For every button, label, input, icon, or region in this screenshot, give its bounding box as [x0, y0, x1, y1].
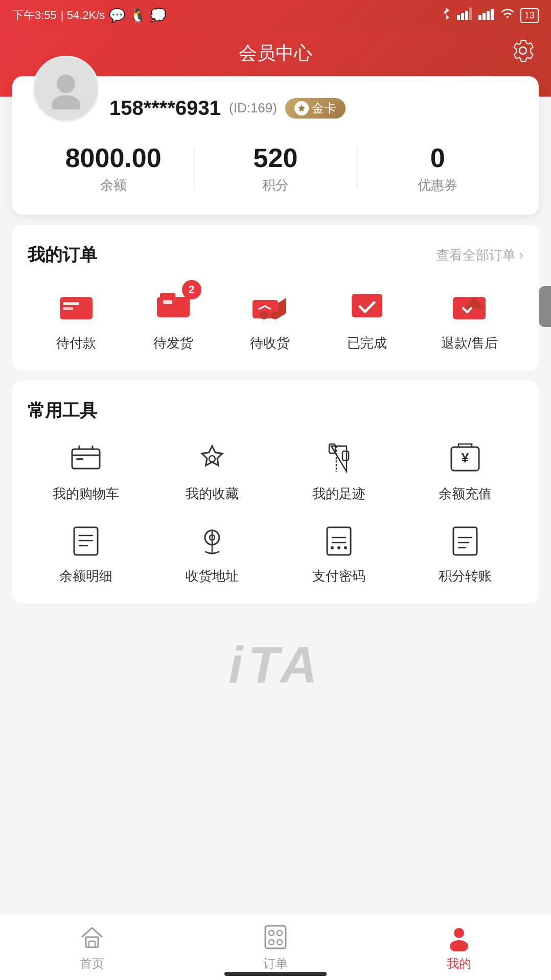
svg-rect-37 — [89, 941, 95, 947]
orders-title: 我的订单 — [28, 243, 97, 267]
bottom-nav: 首页 订单 我的 — [0, 914, 551, 980]
stats-row: 8000.00 余额 520 积分 0 优惠券 — [33, 143, 518, 194]
vip-badge: 金卡 — [285, 98, 346, 119]
vip-label: 金卡 — [312, 100, 336, 116]
nav-item-profile[interactable]: 我的 — [368, 923, 551, 972]
svg-rect-15 — [163, 300, 172, 304]
svg-rect-2 — [465, 11, 468, 20]
battery-icon: 13 — [520, 8, 539, 23]
svg-point-44 — [450, 940, 468, 951]
avatar[interactable] — [33, 56, 99, 122]
svg-rect-38 — [265, 926, 286, 948]
stat-balance[interactable]: 8000.00 余额 — [33, 143, 194, 194]
svg-point-9 — [52, 95, 80, 109]
status-bar-right: 13 — [441, 7, 539, 24]
order-item-pending-receive[interactable]: 待收货 — [247, 285, 293, 352]
svg-point-40 — [277, 930, 282, 936]
nav-item-home[interactable]: 首页 — [0, 923, 183, 972]
svg-point-42 — [277, 940, 282, 945]
view-all-orders-button[interactable]: 查看全部订单 › — [436, 246, 523, 264]
tool-address[interactable]: 收货地址 — [154, 523, 271, 585]
svg-rect-1 — [461, 13, 464, 20]
tools-header: 常用工具 — [28, 399, 523, 423]
svg-rect-19 — [352, 294, 382, 317]
tool-cart[interactable]: 我的购物车 — [28, 441, 144, 503]
settings-button[interactable] — [510, 38, 536, 68]
address-icon — [194, 523, 230, 559]
points-value: 520 — [195, 143, 356, 173]
stat-coupons[interactable]: 0 优惠券 — [357, 143, 518, 194]
svg-rect-35 — [453, 527, 477, 555]
svg-point-8 — [57, 75, 75, 93]
vip-badge-icon — [294, 101, 309, 115]
page-title: 会员中心 — [239, 42, 312, 63]
nav-item-orders[interactable]: 订单 — [183, 923, 367, 972]
order-item-pending-ship[interactable]: 2 待发货 — [150, 285, 196, 352]
svg-point-33 — [337, 546, 340, 549]
svg-point-17 — [260, 311, 268, 319]
tool-bill[interactable]: 余额明细 — [28, 523, 144, 585]
svg-rect-25 — [342, 451, 349, 460]
chevron-right-icon: › — [519, 247, 523, 263]
svg-rect-3 — [469, 8, 472, 20]
footprint-label: 我的足迹 — [312, 485, 365, 503]
svg-rect-7 — [491, 9, 494, 20]
completed-label: 已完成 — [347, 334, 387, 352]
points-label: 积分 — [195, 176, 356, 194]
coupons-value: 0 — [357, 143, 518, 173]
profile-card: 158****6931 (ID:169) 金卡 8000.00 余额 520 — [12, 76, 539, 215]
svg-rect-0 — [457, 15, 460, 20]
svg-point-41 — [269, 940, 274, 945]
bill-label: 余额明细 — [59, 567, 112, 585]
recharge-label: 余额充值 — [439, 485, 492, 503]
stat-points[interactable]: 520 积分 — [195, 143, 356, 194]
completed-icon-wrap — [344, 285, 390, 326]
profile-label: 我的 — [447, 955, 471, 972]
tools-section: 常用工具 我的购物车 我的收 — [12, 381, 539, 603]
tool-favorites[interactable]: 我的收藏 — [154, 441, 271, 503]
tool-password[interactable]: 支付密码 — [281, 523, 397, 585]
balance-label: 余额 — [33, 176, 194, 194]
user-id: (ID:169) — [229, 100, 277, 116]
profile-icon — [445, 923, 473, 951]
order-item-refund[interactable]: 退款/售后 — [441, 285, 498, 352]
pending-receive-icon-wrap — [247, 285, 293, 326]
refund-icon-wrap — [446, 285, 492, 326]
tool-transfer[interactable]: 积分转账 — [407, 523, 524, 585]
bill-icon — [68, 523, 104, 559]
pending-ship-badge: 2 — [182, 280, 201, 299]
transfer-label: 积分转账 — [439, 567, 492, 585]
svg-point-32 — [331, 546, 334, 549]
refund-label: 退款/售后 — [441, 334, 498, 352]
address-label: 收货地址 — [186, 567, 239, 585]
svg-rect-36 — [86, 937, 98, 947]
wifi-icon — [500, 8, 515, 23]
svg-rect-12 — [63, 307, 73, 310]
pending-receive-label: 待收货 — [250, 334, 290, 352]
bottom-indicator — [224, 972, 327, 976]
order-icon — [261, 923, 290, 951]
svg-point-18 — [271, 311, 279, 319]
favorites-label: 我的收藏 — [186, 485, 239, 503]
svg-rect-22 — [76, 458, 83, 460]
user-id-row: 158****6931 (ID:169) 金卡 — [109, 97, 518, 120]
transfer-icon — [447, 523, 483, 559]
svg-rect-5 — [483, 13, 486, 20]
tool-recharge[interactable]: ¥ 余额充值 — [407, 441, 524, 503]
tool-footprint[interactable]: 我的足迹 — [281, 441, 397, 503]
order-item-completed[interactable]: 已完成 — [344, 285, 390, 352]
home-label: 首页 — [80, 955, 104, 972]
order-item-pending-payment[interactable]: 待付款 — [53, 285, 99, 352]
svg-point-23 — [209, 456, 215, 462]
svg-point-39 — [269, 930, 274, 936]
orders-section: 我的订单 查看全部订单 › 待付款 — [12, 225, 539, 370]
star-icon — [194, 441, 230, 477]
tools-grid: 我的购物车 我的收藏 我的足迹 — [28, 441, 523, 585]
qq-icon: 🐧 — [129, 8, 146, 24]
side-handle[interactable] — [539, 286, 551, 327]
pending-ship-label: 待发货 — [153, 334, 193, 352]
svg-text:¥: ¥ — [462, 450, 469, 465]
password-label: 支付密码 — [312, 567, 365, 585]
tools-title: 常用工具 — [28, 399, 97, 423]
signal-icon-2 — [478, 8, 495, 23]
